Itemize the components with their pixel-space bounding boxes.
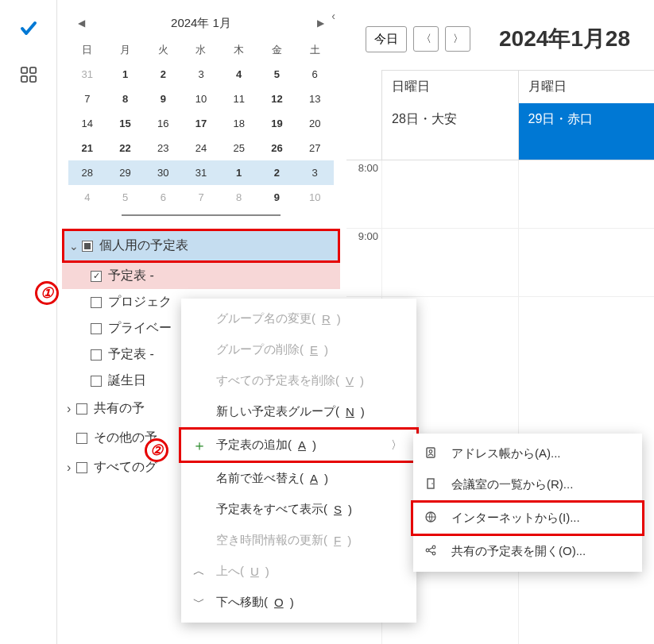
next-month-button[interactable]: ▶ <box>311 14 331 32</box>
cal-day[interactable]: 7 <box>182 185 220 210</box>
checkbox[interactable] <box>91 297 102 308</box>
cal-day[interactable]: 3 <box>182 62 220 87</box>
cal-day[interactable]: 5 <box>258 62 296 87</box>
cal-day[interactable]: 7 <box>68 87 106 111</box>
grid-icon[interactable] <box>20 66 37 86</box>
door-icon <box>424 477 437 492</box>
cal-day[interactable]: 31 <box>182 160 220 185</box>
ctx-move-up: ︿上へ(U) <box>181 556 416 587</box>
ctx-delete-all-calendars: すべての予定表を削除(V) <box>181 365 416 396</box>
cal-day[interactable]: 31 <box>68 62 106 87</box>
submenu-from-address-book[interactable]: アドレス帳から(A)... <box>413 438 642 469</box>
cal-day[interactable]: 22 <box>106 136 145 160</box>
cal-day[interactable]: 6 <box>296 62 334 87</box>
ctx-move-down[interactable]: ﹀下へ移動(O) <box>181 587 416 618</box>
cal-day[interactable]: 8 <box>106 87 145 111</box>
submenu-from-internet[interactable]: インターネットから(I)... <box>411 500 644 536</box>
prev-month-button[interactable]: ◀ <box>72 14 91 32</box>
cal-day[interactable]: 10 <box>296 185 334 210</box>
submenu-from-room-list[interactable]: 会議室の一覧から(R)... <box>413 469 642 500</box>
cal-day[interactable]: 24 <box>182 136 220 160</box>
cal-day[interactable]: 13 <box>296 87 334 111</box>
cal-day[interactable]: 30 <box>144 160 182 185</box>
time-slot[interactable] <box>381 229 518 296</box>
cal-day[interactable]: 9 <box>144 87 182 111</box>
cal-day[interactable]: 14 <box>68 111 106 136</box>
day-header-mon: 月曜日 <box>518 71 655 103</box>
svg-point-7 <box>431 483 433 484</box>
cal-day[interactable]: 29 <box>106 160 145 185</box>
ctx-new-calendar-group[interactable]: 新しい予定表グループ(N) <box>181 396 416 427</box>
cal-day[interactable]: 25 <box>220 136 258 160</box>
time-slot[interactable] <box>518 229 655 296</box>
collapse-icon[interactable]: ‹ <box>331 10 335 22</box>
ctx-rename-group: グループ名の変更(R) <box>181 303 416 334</box>
ctx-show-all-calendars[interactable]: 予定表をすべて表示(S) <box>181 494 416 525</box>
annotation-2: ② <box>145 438 168 462</box>
cal-day[interactable]: 15 <box>106 111 145 136</box>
cal-day[interactable]: 18 <box>220 111 258 136</box>
tree-root-label: 個人用の予定表 <box>99 237 188 254</box>
cal-day[interactable]: 28 <box>68 160 106 185</box>
cal-day[interactable]: 23 <box>144 136 182 160</box>
ctx-sort-by-name[interactable]: 名前で並べ替え(A) <box>181 463 416 494</box>
time-slot[interactable] <box>381 160 518 228</box>
ctx-add-calendar[interactable]: ＋ 予定表の追加(A) 〉 <box>179 427 419 463</box>
cal-day[interactable]: 8 <box>220 185 258 210</box>
svg-rect-2 <box>21 76 26 82</box>
cal-day[interactable]: 10 <box>182 87 220 111</box>
svg-point-10 <box>432 546 435 549</box>
calendar-item-label: プロジェク <box>108 294 172 310</box>
cal-day[interactable]: 27 <box>296 136 334 160</box>
calendar-item[interactable]: 予定表 - <box>62 263 340 289</box>
cal-day[interactable]: 3 <box>296 160 334 185</box>
prev-period-button[interactable]: 〈 <box>413 26 439 52</box>
cal-day[interactable]: 4 <box>220 62 258 87</box>
cal-day[interactable]: 21 <box>68 136 106 160</box>
cal-day[interactable]: 17 <box>182 111 220 136</box>
dow-label: 火 <box>144 38 182 62</box>
time-label: 9:00 <box>346 229 381 296</box>
checkbox-indeterminate[interactable] <box>82 241 93 252</box>
cal-day[interactable]: 26 <box>258 136 296 160</box>
svg-point-9 <box>426 549 429 552</box>
cal-day[interactable]: 9 <box>258 185 296 210</box>
submenu-open-shared[interactable]: 共有の予定表を開く(O)... <box>413 536 642 567</box>
chevron-right-icon: › <box>67 402 76 416</box>
cal-day[interactable]: 6 <box>144 185 182 210</box>
annotation-1: ① <box>35 281 59 305</box>
checkbox[interactable] <box>76 462 87 473</box>
calendar-separator <box>122 214 281 216</box>
day-label-29[interactable]: 29日・赤口 <box>518 103 655 160</box>
chevron-down-icon: ⌄ <box>69 240 79 253</box>
mini-calendar: ‹ ◀ 2024年 1月 ▶ 日月火水木金土311234567891011121… <box>62 6 340 222</box>
cal-day[interactable]: 12 <box>258 87 296 111</box>
tree-root-personal[interactable]: ⌄ 個人用の予定表 <box>62 229 340 263</box>
cal-day[interactable]: 2 <box>258 160 296 185</box>
svg-rect-1 <box>29 67 35 73</box>
check-icon[interactable] <box>19 19 38 40</box>
today-button[interactable]: 今日 <box>366 26 407 52</box>
cal-day[interactable]: 19 <box>258 111 296 136</box>
add-calendar-submenu: アドレス帳から(A)... 会議室の一覧から(R)... インターネットから(I… <box>413 434 642 572</box>
cal-day[interactable]: 1 <box>106 62 145 87</box>
cal-day[interactable]: 2 <box>144 62 182 87</box>
chevron-down-icon: ﹀ <box>192 595 205 610</box>
checkbox[interactable] <box>91 376 102 387</box>
cal-day[interactable]: 1 <box>220 160 258 185</box>
checkbox[interactable] <box>91 271 102 282</box>
checkbox[interactable] <box>91 323 102 334</box>
time-slot[interactable] <box>518 160 655 228</box>
checkbox[interactable] <box>76 433 87 444</box>
next-period-button[interactable]: 〉 <box>445 26 470 52</box>
day-label-28[interactable]: 28日・大安 <box>381 103 518 160</box>
app-leftbar <box>0 0 57 644</box>
cal-day[interactable]: 5 <box>106 185 145 210</box>
checkbox[interactable] <box>76 403 87 415</box>
cal-day[interactable]: 11 <box>220 87 258 111</box>
cal-day[interactable]: 4 <box>68 185 106 210</box>
cal-day[interactable]: 20 <box>296 111 334 136</box>
svg-rect-0 <box>21 67 26 73</box>
cal-day[interactable]: 16 <box>144 111 182 136</box>
checkbox[interactable] <box>91 349 102 361</box>
